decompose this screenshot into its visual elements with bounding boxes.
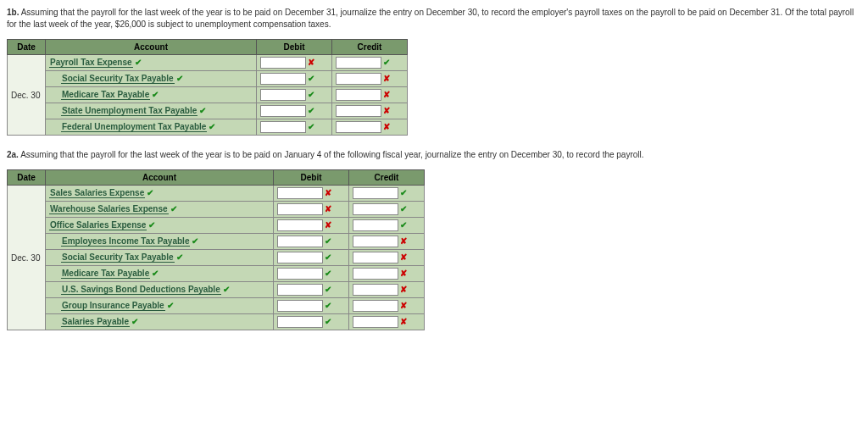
debit-cell: ✘ bbox=[274, 218, 349, 234]
debit-cell: ✘ bbox=[274, 186, 349, 202]
table-row: Dec. 30Payroll Tax Expense✔✘✔ bbox=[8, 55, 408, 71]
debit-cell: ✔ bbox=[274, 314, 349, 330]
account-link[interactable]: Medicare Tax Payable bbox=[61, 90, 150, 100]
check-icon: ✔ bbox=[325, 285, 331, 294]
table-row: Salaries Payable✔✔✘ bbox=[8, 314, 425, 330]
credit-cell: ✘ bbox=[349, 314, 425, 330]
journal-table-2a: Date Account Debit Credit Dec. 30Sales S… bbox=[7, 169, 425, 330]
cross-icon: ✘ bbox=[383, 106, 390, 115]
cross-icon: ✘ bbox=[383, 122, 390, 131]
cross-icon: ✘ bbox=[325, 220, 331, 230]
credit-cell: ✔ bbox=[349, 202, 425, 218]
credit-cell: ✘ bbox=[349, 250, 425, 266]
account-link[interactable]: U.S. Savings Bond Deductions Payable bbox=[61, 285, 221, 295]
credit-input[interactable] bbox=[353, 316, 398, 328]
account-link[interactable]: Sales Salaries Expense bbox=[49, 188, 145, 198]
account-link[interactable]: Employees Income Tax Payable bbox=[61, 236, 190, 247]
debit-input[interactable] bbox=[277, 268, 323, 280]
account-link[interactable]: Office Salaries Expense bbox=[49, 220, 147, 230]
cross-icon: ✘ bbox=[400, 301, 407, 310]
col-credit: Credit bbox=[349, 170, 425, 186]
debit-cell: ✔ bbox=[274, 234, 349, 250]
credit-input[interactable] bbox=[353, 203, 398, 215]
account-cell: Salaries Payable✔ bbox=[46, 314, 274, 330]
account-cell: Federal Unemployment Tax Payable✔ bbox=[46, 119, 257, 136]
account-cell: Employees Income Tax Payable✔ bbox=[46, 234, 274, 250]
table-row: Social Security Tax Payable✔✔✘ bbox=[8, 71, 408, 87]
table-row: State Unemployment Tax Payable✔✔✘ bbox=[8, 103, 408, 119]
account-cell: Sales Salaries Expense✔ bbox=[46, 186, 274, 202]
check-icon: ✔ bbox=[308, 106, 314, 115]
debit-input[interactable] bbox=[277, 236, 323, 247]
debit-input[interactable] bbox=[277, 187, 323, 199]
debit-cell: ✔ bbox=[257, 103, 332, 119]
debit-input[interactable] bbox=[260, 121, 306, 133]
credit-input[interactable] bbox=[353, 300, 398, 312]
credit-input[interactable] bbox=[353, 268, 398, 280]
question-1b: 1b. Assuming that the payroll for the la… bbox=[7, 7, 861, 30]
account-link[interactable]: Social Security Tax Payable bbox=[61, 252, 175, 263]
credit-input[interactable] bbox=[353, 219, 398, 231]
cross-icon: ✘ bbox=[308, 58, 314, 67]
account-link[interactable]: State Unemployment Tax Payable bbox=[61, 106, 198, 116]
credit-cell: ✘ bbox=[332, 103, 408, 119]
account-link[interactable]: Warehouse Salaries Expense bbox=[49, 204, 169, 214]
credit-cell: ✘ bbox=[332, 119, 408, 136]
cross-icon: ✘ bbox=[383, 90, 390, 99]
col-debit: Debit bbox=[274, 170, 349, 186]
credit-input[interactable] bbox=[336, 89, 381, 101]
check-icon: ✔ bbox=[308, 74, 314, 83]
debit-input[interactable] bbox=[277, 219, 323, 231]
col-debit: Debit bbox=[257, 40, 332, 55]
debit-input[interactable] bbox=[260, 105, 306, 117]
journal-table-1b: Date Account Debit Credit Dec. 30Payroll… bbox=[7, 39, 408, 136]
credit-input[interactable] bbox=[336, 57, 381, 69]
debit-input[interactable] bbox=[260, 57, 306, 69]
table-row: Social Security Tax Payable✔✔✘ bbox=[8, 250, 425, 266]
col-credit: Credit bbox=[332, 40, 408, 55]
credit-input[interactable] bbox=[353, 284, 398, 296]
credit-cell: ✘ bbox=[349, 234, 425, 250]
table-row: Office Salaries Expense✔✘✔ bbox=[8, 218, 425, 234]
cross-icon: ✘ bbox=[383, 74, 390, 83]
debit-input[interactable] bbox=[277, 300, 323, 312]
check-icon: ✔ bbox=[308, 90, 314, 99]
account-link[interactable]: Federal Unemployment Tax Payable bbox=[61, 122, 207, 132]
credit-cell: ✘ bbox=[349, 282, 425, 298]
cross-icon: ✘ bbox=[400, 269, 407, 278]
credit-input[interactable] bbox=[353, 252, 398, 263]
debit-input[interactable] bbox=[277, 316, 323, 328]
check-icon: ✔ bbox=[199, 106, 206, 115]
cross-icon: ✘ bbox=[400, 236, 407, 246]
account-cell: Social Security Tax Payable✔ bbox=[46, 71, 257, 87]
debit-input[interactable] bbox=[260, 73, 306, 85]
check-icon: ✔ bbox=[131, 317, 138, 326]
account-link[interactable]: Group Insurance Payable bbox=[61, 301, 165, 311]
debit-input[interactable] bbox=[277, 284, 323, 296]
question-2a: 2a. Assuming that the payroll for the la… bbox=[7, 149, 861, 161]
credit-input[interactable] bbox=[353, 187, 398, 199]
col-date: Date bbox=[8, 170, 46, 186]
debit-input[interactable] bbox=[277, 252, 323, 263]
cross-icon: ✘ bbox=[325, 204, 331, 213]
debit-input[interactable] bbox=[277, 203, 323, 215]
debit-cell: ✔ bbox=[274, 250, 349, 266]
cross-icon: ✘ bbox=[400, 285, 407, 294]
credit-input[interactable] bbox=[336, 105, 381, 117]
table-row: Federal Unemployment Tax Payable✔✔✘ bbox=[8, 119, 408, 136]
debit-cell: ✘ bbox=[257, 55, 332, 71]
account-cell: Social Security Tax Payable✔ bbox=[46, 250, 274, 266]
account-cell: U.S. Savings Bond Deductions Payable✔ bbox=[46, 282, 274, 298]
account-link[interactable]: Payroll Tax Expense bbox=[49, 58, 133, 68]
date-cell: Dec. 30 bbox=[8, 186, 46, 330]
debit-input[interactable] bbox=[260, 89, 306, 101]
account-link[interactable]: Salaries Payable bbox=[61, 317, 130, 327]
account-link[interactable]: Social Security Tax Payable bbox=[61, 74, 175, 84]
credit-input[interactable] bbox=[336, 121, 381, 133]
credit-input[interactable] bbox=[353, 236, 398, 247]
question-1b-text: Assuming that the payroll for the last w… bbox=[7, 8, 854, 29]
account-link[interactable]: Medicare Tax Payable bbox=[61, 269, 150, 279]
account-cell: Payroll Tax Expense✔ bbox=[46, 55, 257, 71]
credit-input[interactable] bbox=[336, 73, 381, 85]
check-icon: ✔ bbox=[209, 122, 215, 131]
